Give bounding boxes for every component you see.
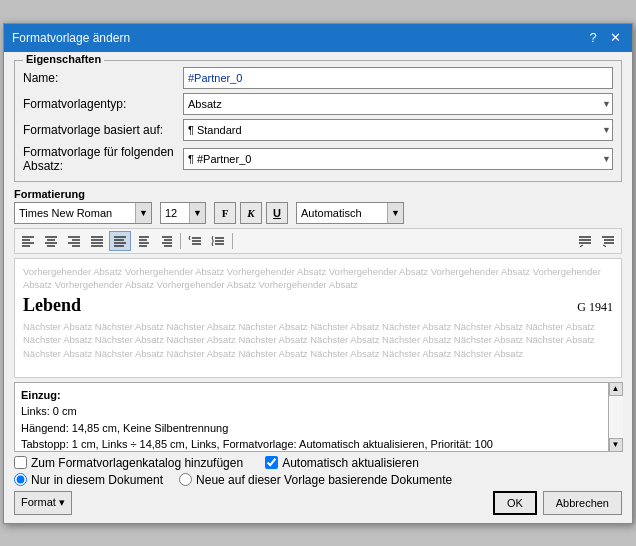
color-input[interactable] <box>297 203 387 223</box>
auto-checkbox[interactable] <box>265 456 278 469</box>
next-select-wrapper: ¶ #Partner_0 ▼ <box>183 148 613 170</box>
catalog-checkbox-label: Zum Formatvorlagenkatalog hinzufügen <box>14 456 243 470</box>
next-select[interactable]: ¶ #Partner_0 <box>183 148 613 170</box>
eigenschaften-group: Eigenschaften Name: Formatvorlagentyp: A… <box>14 60 622 182</box>
para-spacing-btn[interactable] <box>207 231 229 251</box>
scroll-down-btn[interactable]: ▼ <box>609 438 623 452</box>
type-row: Formatvorlagentyp: Absatz ▼ <box>23 93 613 115</box>
base-select-wrapper: ¶ Standard ▼ <box>183 119 613 141</box>
toolbar-sep1 <box>180 233 181 249</box>
indent-left-btn[interactable] <box>574 231 596 251</box>
new-doc-label: Neue auf dieser Vorlage basierende Dokum… <box>196 473 452 487</box>
cancel-button[interactable]: Abbrechen <box>543 491 622 515</box>
only-doc-radio-label: Nur in diesem Dokument <box>14 473 163 487</box>
preview-next-text: Nächster Absatz Nächster Absatz Nächster… <box>15 318 621 366</box>
align-btn7[interactable] <box>155 231 177 251</box>
new-doc-radio[interactable] <box>179 473 192 486</box>
name-row: Name: <box>23 67 613 89</box>
preview-box: Vorhergehender Absatz Vorhergehender Abs… <box>14 258 622 378</box>
scroll-track <box>609 396 623 438</box>
catalog-label: Zum Formatvorlagenkatalog hinzufügen <box>31 456 243 470</box>
base-row: Formatvorlage basiert auf: ¶ Standard ▼ <box>23 119 613 141</box>
preview-main-text: Lebend <box>23 295 81 316</box>
einzug-line1: Links: 0 cm <box>21 403 615 420</box>
color-arrow[interactable]: ▼ <box>387 203 403 223</box>
base-label: Formatvorlage basiert auf: <box>23 123 183 137</box>
font-select-wrapper: ▼ <box>14 202 152 224</box>
line-spacing-btn[interactable] <box>184 231 206 251</box>
align-toolbar <box>14 228 622 254</box>
einzug-scrollbar: ▲ ▼ <box>608 382 622 452</box>
preview-main-right: G 1941 <box>577 300 613 315</box>
scroll-up-btn[interactable]: ▲ <box>609 382 623 396</box>
font-size-arrow[interactable]: ▼ <box>189 203 205 223</box>
next-label: Formatvorlage für folgenden Absatz: <box>23 145 183 173</box>
title-bar: Formatvorlage ändern ? ✕ <box>4 24 632 52</box>
toolbar-sep2 <box>232 233 233 249</box>
ok-button[interactable]: OK <box>493 491 537 515</box>
new-doc-radio-label: Neue auf dieser Vorlage basierende Dokum… <box>179 473 452 487</box>
eigenschaften-label: Eigenschaften <box>23 53 104 65</box>
dialog: Formatvorlage ändern ? ✕ Eigenschaften N… <box>3 23 633 524</box>
einzug-label: Einzug: <box>21 387 615 404</box>
next-row: Formatvorlage für folgenden Absatz: ¶ #P… <box>23 145 613 173</box>
type-select-wrapper: Absatz ▼ <box>183 93 613 115</box>
font-size-input[interactable] <box>161 203 189 223</box>
radio-row: Nur in diesem Dokument Neue auf dieser V… <box>14 473 622 487</box>
name-label: Name: <box>23 71 183 85</box>
type-select[interactable]: Absatz <box>183 93 613 115</box>
title-bar-buttons: ? ✕ <box>584 29 624 47</box>
dialog-body: Eigenschaften Name: Formatvorlagentyp: A… <box>4 52 632 523</box>
color-select-wrapper: ▼ <box>296 202 404 224</box>
btn-group-right: OK Abbrechen <box>493 491 622 515</box>
catalog-checkbox[interactable] <box>14 456 27 469</box>
bold-button[interactable]: F <box>214 202 236 224</box>
align-btn6[interactable] <box>132 231 154 251</box>
align-active-btn[interactable] <box>109 231 131 251</box>
einzug-line2: Hängend: 14,85 cm, Keine Silbentrennung <box>21 420 615 437</box>
einzug-box: Einzug: Links: 0 cm Hängend: 14,85 cm, K… <box>14 382 622 452</box>
font-dropdown-arrow[interactable]: ▼ <box>135 203 151 223</box>
font-row: ▼ ▼ F K U ▼ <box>14 202 622 224</box>
align-left-btn[interactable] <box>17 231 39 251</box>
underline-button[interactable]: U <box>266 202 288 224</box>
format-button[interactable]: Format ▾ <box>14 491 72 515</box>
preview-prev-text: Vorhergehender Absatz Vorhergehender Abs… <box>15 259 621 294</box>
base-select[interactable]: ¶ Standard <box>183 119 613 141</box>
bottom-buttons: Format ▾ OK Abbrechen <box>14 491 622 515</box>
align-center-btn[interactable] <box>40 231 62 251</box>
auto-label: Automatisch aktualisieren <box>282 456 419 470</box>
name-input[interactable] <box>183 67 613 89</box>
font-size-wrapper: ▼ <box>160 202 206 224</box>
help-button[interactable]: ? <box>584 29 602 47</box>
align-right-btn[interactable] <box>63 231 85 251</box>
close-button[interactable]: ✕ <box>606 29 624 47</box>
einzug-line3: Tabstopp: 1 cm, Links ÷ 14,85 cm, Links,… <box>21 436 615 452</box>
font-name-input[interactable] <box>15 203 135 223</box>
dialog-title: Formatvorlage ändern <box>12 31 130 45</box>
italic-button[interactable]: K <box>240 202 262 224</box>
checkbox-row: Zum Formatvorlagenkatalog hinzufügen Aut… <box>14 456 622 470</box>
auto-checkbox-label: Automatisch aktualisieren <box>265 456 419 470</box>
type-label: Formatvorlagentyp: <box>23 97 183 111</box>
only-doc-radio[interactable] <box>14 473 27 486</box>
indent-right-btn[interactable] <box>597 231 619 251</box>
einzug-wrapper: Einzug: Links: 0 cm Hängend: 14,85 cm, K… <box>14 382 622 452</box>
formatierung-section: Formatierung ▼ ▼ F K U ▼ <box>14 188 622 515</box>
formatierung-label: Formatierung <box>14 188 622 200</box>
only-doc-label: Nur in diesem Dokument <box>31 473 163 487</box>
align-justify-btn[interactable] <box>86 231 108 251</box>
